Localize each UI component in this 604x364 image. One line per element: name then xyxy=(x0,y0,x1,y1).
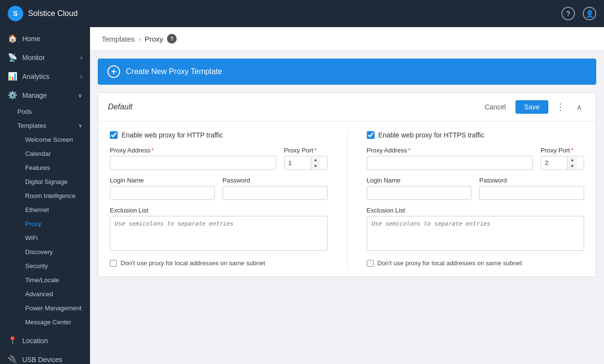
breadcrumb-help-icon[interactable]: ? xyxy=(167,34,177,44)
create-proxy-template-button[interactable]: + Create New Proxy Template xyxy=(98,59,596,85)
save-button[interactable]: Save xyxy=(515,100,548,114)
https-port-spinners: ▲ ▼ xyxy=(567,157,577,169)
https-login-name-label: Login Name xyxy=(367,177,472,184)
sidebar-item-features[interactable]: Features xyxy=(0,161,90,175)
card-actions: Cancel Save ⋮ ∧ xyxy=(479,100,586,114)
http-login-name-input[interactable] xyxy=(110,186,215,200)
sidebar-item-time-locale[interactable]: Time/Locale xyxy=(0,273,90,287)
sidebar-item-digital-signage[interactable]: Digital Signage xyxy=(0,175,90,189)
https-proxy-column: Enable web proxy for HTTPS traffic Proxy… xyxy=(367,131,585,267)
http-no-proxy-label: Don't use proxy for local addresses on s… xyxy=(121,259,265,267)
http-password-input[interactable] xyxy=(223,186,328,200)
https-no-proxy-label: Don't use proxy for local addresses on s… xyxy=(378,259,522,267)
chevron-right-icon: › xyxy=(80,54,82,61)
chevron-down-icon: ∨ xyxy=(78,92,82,99)
http-proxy-port-group: Proxy Port* 1 ▲ ▼ xyxy=(284,147,328,170)
https-no-proxy-checkbox[interactable] xyxy=(367,260,374,267)
https-proxy-port-label: Proxy Port* xyxy=(541,147,584,154)
location-icon: 📍 xyxy=(8,336,17,345)
https-password-group: Password xyxy=(479,177,584,200)
http-enable-checkbox[interactable] xyxy=(110,131,118,139)
http-enable-label: Enable web proxy for HTTP traffic xyxy=(121,131,223,139)
breadcrumb: Templates › Proxy ? xyxy=(90,27,604,51)
https-proxy-address-label: Proxy Address* xyxy=(367,147,533,154)
https-password-label: Password xyxy=(479,177,584,184)
http-exclusion-group: Exclusion List xyxy=(110,207,328,253)
sidebar-item-room-intelligence[interactable]: Room Intelligence xyxy=(0,189,90,203)
topnav-brand: S Solstice Cloud xyxy=(8,6,77,21)
port-increment-button[interactable]: ▲ xyxy=(311,157,320,163)
required-star-port: * xyxy=(571,147,574,154)
sidebar-item-discovery[interactable]: Discovery xyxy=(0,245,90,259)
http-password-group: Password xyxy=(223,177,328,200)
https-proxy-address-input[interactable] xyxy=(367,156,533,170)
http-proxy-address-input[interactable] xyxy=(110,156,276,170)
sidebar-item-message-center[interactable]: Message Center xyxy=(0,315,90,329)
sidebar-item-monitor[interactable]: 📡 Monitor › xyxy=(0,48,90,67)
card-title: Default xyxy=(108,103,473,111)
http-no-proxy-checkbox[interactable] xyxy=(110,260,117,267)
sidebar-item-wifi[interactable]: WiFi xyxy=(0,231,90,245)
sidebar-item-usb-devices[interactable]: 🔌 USB Devices xyxy=(0,350,90,364)
cancel-button[interactable]: Cancel xyxy=(479,100,512,114)
sidebar-item-calendar[interactable]: Calendar xyxy=(0,147,90,161)
help-icon[interactable]: ? xyxy=(561,7,575,20)
templates-submenu: Welcome Screen Calendar Features Digital… xyxy=(0,133,90,329)
http-address-port-row: Proxy Address* Proxy Port* 1 xyxy=(110,147,328,170)
required-star-port: * xyxy=(314,147,317,154)
sidebar-item-manage[interactable]: ⚙️ Manage ∨ xyxy=(0,86,90,105)
collapse-button[interactable]: ∧ xyxy=(573,101,586,114)
https-port-decrement-button[interactable]: ▼ xyxy=(568,163,577,169)
https-exclusion-textarea[interactable] xyxy=(367,216,585,251)
sidebar-item-location[interactable]: 📍 Location xyxy=(0,331,90,350)
default-proxy-card: Default Cancel Save ⋮ ∧ Enable web proxy… xyxy=(98,92,596,277)
https-exclusion-label: Exclusion List xyxy=(367,207,585,214)
required-star: * xyxy=(151,147,154,154)
https-proxy-port-group: Proxy Port* 2 ▲ ▼ xyxy=(541,147,584,170)
port-decrement-button[interactable]: ▼ xyxy=(311,163,320,169)
http-exclusion-label: Exclusion List xyxy=(110,207,328,214)
sidebar-item-welcome-screen[interactable]: Welcome Screen xyxy=(0,133,90,147)
http-proxy-port-wrapper: 1 ▲ ▼ xyxy=(284,156,328,170)
sidebar-item-advanced[interactable]: Advanced xyxy=(0,287,90,301)
more-options-button[interactable]: ⋮ xyxy=(552,100,569,114)
chevron-right-icon: › xyxy=(80,73,82,80)
https-login-name-group: Login Name xyxy=(367,177,472,200)
topnav-actions: ? 👤 xyxy=(561,7,596,20)
sidebar-item-power-management[interactable]: Power Management xyxy=(0,301,90,315)
sidebar-item-proxy[interactable]: Proxy xyxy=(0,217,90,231)
proxy-columns: Enable web proxy for HTTP traffic Proxy … xyxy=(110,131,584,267)
manage-submenu: Pods Templates ∨ Welcome Screen Calendar… xyxy=(0,105,90,329)
usb-icon: 🔌 xyxy=(8,355,17,364)
sidebar-item-security[interactable]: Security xyxy=(0,259,90,273)
http-password-label: Password xyxy=(223,177,328,184)
sidebar-item-home[interactable]: 🏠 Home xyxy=(0,29,90,48)
https-enable-checkbox[interactable] xyxy=(367,131,375,139)
sidebar-item-pods[interactable]: Pods xyxy=(0,105,90,119)
http-proxy-port-input[interactable]: 1 xyxy=(285,156,311,169)
http-proxy-address-group: Proxy Address* xyxy=(110,147,276,170)
https-password-input[interactable] xyxy=(479,186,584,200)
https-enable-label: Enable web proxy for HTTPS traffic xyxy=(378,131,484,139)
home-icon: 🏠 xyxy=(8,34,17,43)
app-logo: S xyxy=(8,6,23,21)
sidebar-item-templates[interactable]: Templates ∨ xyxy=(0,119,90,133)
main-layout: 🏠 Home 📡 Monitor › 📊 Analytics › ⚙️ Mana… xyxy=(0,27,604,364)
https-login-name-input[interactable] xyxy=(367,186,472,200)
sidebar-item-analytics[interactable]: 📊 Analytics › xyxy=(0,67,90,86)
user-icon[interactable]: 👤 xyxy=(583,7,596,20)
http-login-name-group: Login Name xyxy=(110,177,215,200)
monitor-icon: 📡 xyxy=(8,53,17,62)
sidebar-item-ethernet[interactable]: Ethernet xyxy=(0,203,90,217)
https-address-port-row: Proxy Address* Proxy Port* 2 xyxy=(367,147,585,170)
breadcrumb-separator: › xyxy=(138,35,140,43)
https-proxy-port-input[interactable]: 2 xyxy=(541,156,567,169)
https-login-password-row: Login Name Password xyxy=(367,177,585,200)
http-login-name-label: Login Name xyxy=(110,177,215,184)
breadcrumb-parent[interactable]: Templates xyxy=(102,35,135,43)
gear-icon: ⚙️ xyxy=(8,91,17,100)
https-port-increment-button[interactable]: ▲ xyxy=(568,157,577,163)
https-enable-row: Enable web proxy for HTTPS traffic xyxy=(367,131,585,139)
http-exclusion-textarea[interactable] xyxy=(110,216,328,251)
card-body: Enable web proxy for HTTP traffic Proxy … xyxy=(98,121,596,276)
